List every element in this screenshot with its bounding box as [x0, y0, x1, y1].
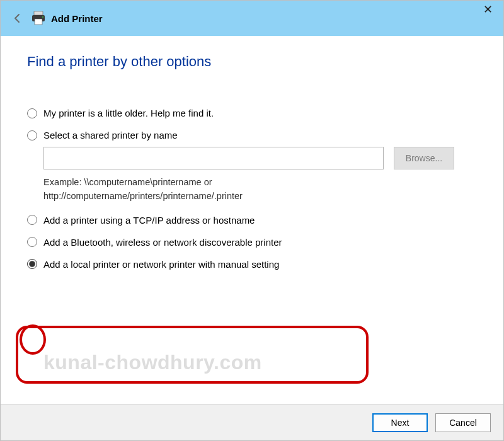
titlebar: Add Printer ✕ [1, 1, 503, 36]
radio-local[interactable] [27, 259, 37, 269]
watermark-text: kunal-chowdhury.com [43, 351, 262, 374]
shared-example-line2: http://computername/printers/printername… [43, 190, 477, 203]
svg-rect-0 [34, 11, 43, 15]
option-tcpip-label: Add a printer using a TCP/IP address or … [43, 215, 255, 226]
dialog-footer: Next Cancel [1, 404, 503, 440]
window-title: Add Printer [51, 13, 103, 24]
annotation-highlight-circle [20, 324, 46, 355]
shared-input-row: Browse... [43, 147, 477, 169]
radio-older[interactable] [27, 108, 37, 118]
options-group: My printer is a little older. Help me fi… [27, 108, 477, 270]
option-local-label: Add a local printer or network printer w… [43, 259, 279, 270]
shared-example-line1: Example: \\computername\printername or [43, 176, 477, 190]
shared-example-text: Example: \\computername\printername or h… [43, 176, 477, 203]
option-shared-printer[interactable]: Select a shared printer by name [27, 130, 477, 140]
printer-icon [31, 11, 46, 25]
cancel-button[interactable]: Cancel [435, 413, 491, 432]
option-tcpip[interactable]: Add a printer using a TCP/IP address or … [27, 215, 477, 226]
annotation-highlight-box [16, 326, 369, 384]
close-icon: ✕ [483, 3, 493, 16]
option-older-label: My printer is a little older. Help me fi… [43, 108, 214, 118]
browse-button: Browse... [394, 147, 454, 169]
shared-subsection: Browse... Example: \\computername\printe… [43, 147, 477, 203]
page-heading: Find a printer by other options [27, 54, 477, 70]
content-area: Find a printer by other options My print… [1, 36, 503, 404]
option-local-manual[interactable]: Add a local printer or network printer w… [27, 259, 477, 270]
back-button[interactable] [9, 10, 26, 26]
svg-rect-2 [35, 19, 42, 25]
option-older-printer[interactable]: My printer is a little older. Help me fi… [27, 108, 477, 118]
close-button[interactable]: ✕ [478, 2, 497, 17]
add-printer-wizard: Add Printer ✕ Find a printer by other op… [0, 0, 504, 441]
option-shared-block: Select a shared printer by name Browse..… [27, 130, 477, 203]
radio-tcpip[interactable] [27, 215, 37, 225]
option-shared-label: Select a shared printer by name [43, 130, 178, 140]
radio-bluetooth[interactable] [27, 237, 37, 247]
next-button[interactable]: Next [372, 413, 428, 432]
option-bluetooth-label: Add a Bluetooth, wireless or network dis… [43, 237, 282, 248]
svg-point-3 [42, 16, 43, 18]
shared-printer-name-input[interactable] [43, 147, 384, 169]
back-arrow-icon [11, 12, 24, 25]
option-bluetooth[interactable]: Add a Bluetooth, wireless or network dis… [27, 237, 477, 248]
radio-shared[interactable] [27, 130, 37, 140]
